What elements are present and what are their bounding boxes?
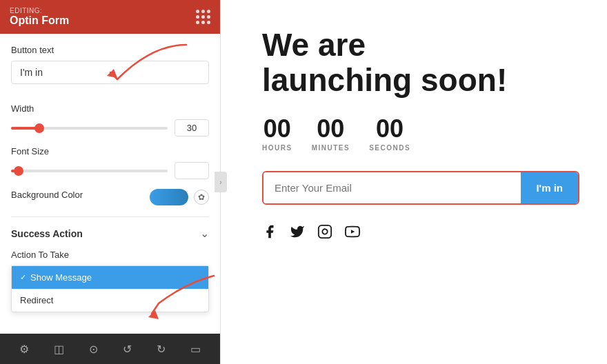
countdown-hours: 00 HOURS <box>262 117 292 152</box>
left-panel: EDITING: Optin Form Button text Width <box>0 0 221 364</box>
background-color-label: Background Color <box>11 190 83 200</box>
collapse-handle[interactable]: › <box>215 172 227 192</box>
redo-icon[interactable]: ↻ <box>151 340 171 358</box>
hours-number: 00 <box>263 117 291 141</box>
facebook-icon[interactable] <box>262 224 277 243</box>
panel-body: Button text Width Font Size <box>0 34 220 334</box>
font-size-label: Font Size <box>11 146 209 156</box>
undo-icon[interactable]: ↺ <box>117 340 137 358</box>
width-slider-row <box>11 119 209 136</box>
font-size-value-input[interactable] <box>175 162 209 179</box>
width-section: Width <box>11 103 209 136</box>
width-slider-thumb[interactable] <box>34 123 44 133</box>
svg-marker-4 <box>351 230 355 234</box>
width-value-input[interactable] <box>175 119 209 136</box>
action-to-take-label: Action To Take <box>11 250 209 260</box>
history-icon[interactable]: ⊙ <box>83 340 103 358</box>
countdown-row: 00 HOURS 00 MINUTES 00 SECONDS <box>262 117 579 152</box>
title-line1: We are <box>262 27 366 63</box>
show-message-label: Show Message <box>30 272 92 283</box>
launch-title: We are launching soon! <box>262 28 579 97</box>
page-content: We are launching soon! 00 HOURS 00 MINUT… <box>262 28 579 243</box>
width-slider-track[interactable] <box>11 127 168 130</box>
minutes-label: MINUTES <box>312 144 350 152</box>
social-icons-row <box>262 224 579 243</box>
seconds-label: SECONDS <box>369 144 410 152</box>
panel-header: EDITING: Optin Form <box>0 0 220 34</box>
width-label: Width <box>11 103 209 114</box>
grid-dots-icon[interactable] <box>196 10 210 24</box>
mobile-icon[interactable]: ▭ <box>185 340 206 358</box>
submit-button[interactable]: I'm in <box>521 172 578 203</box>
button-text-input[interactable] <box>11 61 209 84</box>
divider <box>11 216 209 217</box>
font-size-slider-track[interactable] <box>11 170 168 172</box>
font-size-section: Font Size <box>11 146 209 179</box>
right-panel: We are launching soon! 00 HOURS 00 MINUT… <box>221 0 607 364</box>
dropdown-item-show-message[interactable]: ✓ Show Message <box>12 266 208 289</box>
gear-icon[interactable]: ⚙ <box>14 340 34 358</box>
button-text-label: Button text <box>11 45 209 55</box>
redirect-label: Redirect <box>20 295 53 305</box>
title-line2: launching soon! <box>262 62 507 98</box>
panel-title: Optin Form <box>10 14 69 27</box>
bottom-bar: ⚙ ◫ ⊙ ↺ ↻ ▭ <box>0 334 220 364</box>
action-dropdown-menu: ✓ Show Message Redirect <box>11 265 209 312</box>
editing-label: EDITING: <box>10 7 69 14</box>
youtube-icon[interactable] <box>345 224 360 243</box>
color-controls: ✿ <box>150 189 209 205</box>
panel-header-left: EDITING: Optin Form <box>10 7 69 27</box>
countdown-minutes: 00 MINUTES <box>312 117 350 152</box>
seconds-number: 00 <box>376 117 404 141</box>
color-swatch[interactable] <box>150 189 188 205</box>
background-color-row: Background Color ✿ <box>11 189 209 205</box>
font-size-slider-row <box>11 162 209 179</box>
dropdown-item-redirect[interactable]: Redirect <box>12 289 208 312</box>
hours-label: HOURS <box>262 144 292 152</box>
instagram-icon[interactable] <box>317 224 332 243</box>
color-picker-icon[interactable]: ✿ <box>194 190 209 205</box>
font-size-slider-thumb[interactable] <box>14 166 23 176</box>
layers-icon[interactable]: ◫ <box>48 340 70 358</box>
success-action-header: Success Action ⌄ <box>11 227 209 240</box>
email-form: I'm in <box>262 171 579 205</box>
svg-rect-2 <box>319 225 331 238</box>
chevron-down-icon[interactable]: ⌄ <box>200 227 209 240</box>
panel-content: Button text Width Font Size <box>0 34 220 334</box>
success-action-title: Success Action <box>11 228 83 239</box>
twitter-icon[interactable] <box>290 224 305 243</box>
minutes-number: 00 <box>317 117 344 141</box>
countdown-seconds: 00 SECONDS <box>369 117 410 152</box>
button-text-section: Button text <box>11 45 209 94</box>
email-input[interactable] <box>263 172 521 203</box>
checkmark-icon: ✓ <box>20 273 26 282</box>
